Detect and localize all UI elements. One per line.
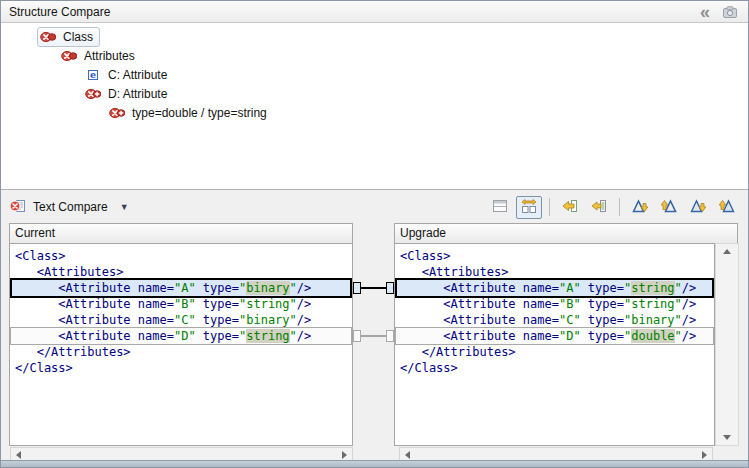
tree-item-label: D: Attribute [108, 87, 167, 101]
conflict-icon [61, 48, 79, 64]
code-line[interactable]: <Class> [10, 248, 352, 264]
changed-word: binary [246, 281, 289, 295]
copy-current-right-to-left-icon [591, 198, 607, 217]
tree-item-type-double-type-string[interactable]: type=double / type=string [109, 103, 267, 122]
attr-value: " [675, 281, 682, 295]
collapse-all-icon[interactable]: « [700, 6, 710, 18]
previous-change-icon [719, 198, 735, 217]
code-line[interactable]: <Attribute name="B" type="string"/> [10, 296, 352, 312]
tree-item-class[interactable]: Class [37, 27, 100, 46]
left-code-pane[interactable]: <Class> <Attributes> <Attribute name="A"… [9, 243, 353, 446]
code-line-changed[interactable]: <Attribute name="D" type="double"/> [395, 327, 714, 345]
left-horizontal-scrollbar[interactable] [10, 447, 353, 461]
xml-tag-text: </Attributes> [400, 345, 516, 359]
xml-tag-text: type= [581, 329, 624, 343]
code-line[interactable]: <Attribute name="C" type="binary"/> [395, 312, 714, 328]
mirrored-view-icon [521, 198, 537, 217]
selected-tree-item-box: Class [37, 27, 100, 47]
xml-tag-text: <Attribute name= [15, 329, 174, 343]
xml-tag-text: /> [682, 313, 696, 327]
copy-current-right-to-left-button[interactable] [586, 196, 612, 219]
scroll-right-icon[interactable] [342, 451, 347, 459]
scroll-left-icon[interactable] [16, 451, 21, 459]
changed-word: string [246, 329, 289, 343]
mirrored-view-button[interactable] [516, 196, 542, 219]
attr-value: " [290, 281, 297, 295]
xml-tag-text: /> [682, 281, 696, 295]
previous-change-button[interactable] [714, 196, 740, 219]
code-line-selected[interactable]: <Attribute name="A" type="string"/> [395, 278, 714, 298]
right-code-pane[interactable]: <Class> <Attributes> <Attribute name="A"… [394, 243, 715, 446]
diff-nub [353, 282, 361, 294]
element-icon: e [85, 67, 103, 83]
xml-tag-text: /> [297, 313, 311, 327]
code-line[interactable]: </Attributes> [395, 344, 714, 360]
xml-tag-text: type= [196, 329, 239, 343]
screenshot-icon[interactable] [720, 3, 740, 21]
scroll-left-icon[interactable] [405, 451, 410, 459]
xml-tag-text: type= [196, 297, 239, 311]
attr-value: " [675, 329, 682, 343]
xml-tag-text: /> [297, 329, 311, 343]
xml-tag-text: /> [682, 297, 696, 311]
tree-item-label: Attributes [84, 49, 135, 63]
tree-item-label: type=double / type=string [132, 106, 267, 120]
xml-tag-text: </Class> [15, 361, 73, 375]
attr-value: "D" [559, 329, 581, 343]
tree-item-d-attribute[interactable]: D: Attribute [85, 84, 167, 103]
code-line[interactable]: <Attribute name="C" type="binary"/> [10, 312, 352, 328]
svg-text:e: e [90, 69, 96, 80]
xml-tag-text: /> [297, 281, 311, 295]
code-line[interactable]: <Class> [395, 248, 714, 264]
attr-value: "B" [559, 297, 581, 311]
next-change-icon [690, 198, 706, 217]
conflict-plus-icon [85, 86, 103, 102]
xml-tag-text: /> [297, 297, 311, 311]
structure-compare-toolbar: « [700, 3, 740, 21]
diff-nub [353, 330, 361, 342]
tree-item-c-attribute[interactable]: eC: Attribute [85, 65, 167, 84]
two-pane-view-icon [492, 198, 508, 217]
xml-tag-text: /> [682, 329, 696, 343]
code-line[interactable]: <Attribute name="B" type="string"/> [395, 296, 714, 312]
structure-compare-header: Structure Compare « [1, 1, 748, 23]
two-pane-view-button[interactable] [487, 196, 513, 219]
attr-value: " [290, 329, 297, 343]
attr-value: "A" [559, 281, 581, 295]
xml-tag-text: <Attribute name= [400, 329, 559, 343]
xml-tag-text: type= [581, 313, 624, 327]
attr-value: "binary" [239, 313, 297, 327]
code-line[interactable]: </Class> [10, 360, 352, 376]
xml-tag-text: <Attribute name= [400, 297, 559, 311]
diff-nub [386, 282, 394, 294]
xml-tag-text: </Attributes> [15, 345, 131, 359]
text-compare-icon [9, 198, 27, 217]
text-compare-title: Text Compare [33, 200, 108, 214]
chevron-down-icon[interactable]: ▼ [120, 202, 129, 212]
attr-value: "string" [239, 297, 297, 311]
xml-tag-text: <Attribute name= [15, 297, 174, 311]
code-line[interactable]: </Class> [395, 360, 714, 376]
right-pane-title: Upgrade [394, 223, 738, 244]
scroll-down-icon[interactable] [723, 435, 731, 440]
structure-compare-tree: ClassAttributeseC: AttributeD: Attribute… [1, 23, 748, 190]
attr-value: "string" [624, 297, 682, 311]
scroll-right-icon[interactable] [702, 451, 707, 459]
copy-all-right-to-left-button[interactable] [557, 196, 583, 219]
vertical-scrollbar[interactable] [715, 243, 739, 446]
copy-all-right-to-left-icon [562, 198, 578, 217]
next-change-button[interactable] [685, 196, 711, 219]
next-difference-icon [632, 198, 648, 217]
code-line-changed[interactable]: <Attribute name="D" type="string"/> [10, 327, 352, 345]
previous-difference-button[interactable] [656, 196, 682, 219]
next-difference-button[interactable] [627, 196, 653, 219]
right-horizontal-scrollbar[interactable] [399, 447, 713, 461]
left-pane-title: Current [9, 223, 353, 244]
toolbar-separator [549, 198, 550, 216]
diff-nub [386, 330, 394, 342]
xml-tag-text: <Attribute name= [15, 281, 174, 295]
tree-item-attributes[interactable]: Attributes [61, 46, 135, 65]
scroll-up-icon[interactable] [723, 249, 731, 254]
code-line[interactable]: </Attributes> [10, 344, 352, 360]
code-line-selected[interactable]: <Attribute name="A" type="binary"/> [10, 278, 352, 298]
